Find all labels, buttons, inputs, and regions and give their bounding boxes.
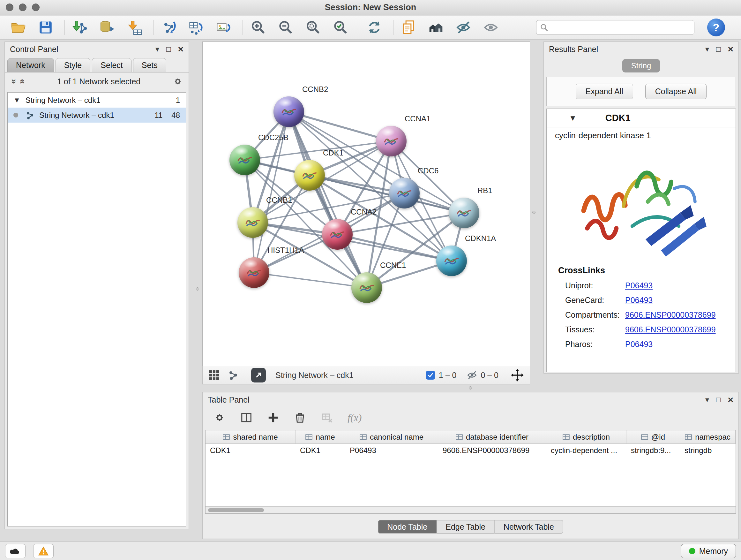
selected-nodes-checkbox[interactable] xyxy=(426,371,435,380)
network-options-gear-icon[interactable] xyxy=(173,76,183,86)
crosslink-row: Pharos: P06493 xyxy=(547,337,736,352)
protein-thumbnail xyxy=(357,281,376,294)
zoom-in-button[interactable] xyxy=(249,18,267,37)
column-header-description[interactable]: description xyxy=(546,430,626,443)
network-canvas[interactable]: CCNB2CCNA1CDC25BCDK1CDC6RB1CCNB1CCNA2CDK… xyxy=(202,42,530,366)
column-label: name xyxy=(316,433,335,442)
network-node-RB1[interactable] xyxy=(449,198,479,228)
grid-view-icon[interactable] xyxy=(208,369,220,381)
expand-all-button[interactable]: Expand All xyxy=(576,84,633,99)
help-button[interactable]: ? xyxy=(707,18,725,37)
collapse-all-networks-icon[interactable]: « xyxy=(8,79,18,84)
column-label: shared name xyxy=(233,433,278,442)
save-session-button[interactable] xyxy=(37,18,55,37)
table-panel-close-icon[interactable]: × xyxy=(728,395,733,405)
hide-details-button[interactable] xyxy=(454,18,473,37)
column-header-id[interactable]: @id xyxy=(626,430,680,443)
scrollbar-thumb[interactable] xyxy=(208,508,264,512)
refresh-icon xyxy=(366,19,382,36)
network-node-CCNB1[interactable] xyxy=(238,207,268,238)
function-builder-button[interactable]: f(x) xyxy=(347,412,361,424)
column-header-shared-name[interactable]: shared name xyxy=(205,430,295,443)
cloud-sync-button[interactable] xyxy=(5,544,25,558)
network-view-icon[interactable] xyxy=(227,369,239,381)
crosslink-pharos-link[interactable]: P06493 xyxy=(625,340,653,349)
show-columns-icon[interactable] xyxy=(240,412,253,424)
zoom-fit-button[interactable] xyxy=(304,18,322,37)
memory-button[interactable]: Memory xyxy=(681,544,736,558)
network-node-CDC25B[interactable] xyxy=(229,145,260,175)
table-row[interactable]: CDK1 CDK1 P06493 9606.ENSP00000378699 cy… xyxy=(205,444,736,457)
column-header-canonical-name[interactable]: canonical name xyxy=(345,430,438,443)
show-details-button[interactable] xyxy=(482,18,500,37)
collection-count: 1 xyxy=(176,96,180,105)
status-bar: Memory xyxy=(0,542,741,560)
warnings-button[interactable] xyxy=(33,544,54,558)
collapse-all-button[interactable]: Collapse All xyxy=(645,84,707,99)
network-node-CCNB2[interactable] xyxy=(273,97,304,127)
results-panel-close-icon[interactable]: × xyxy=(728,44,733,54)
column-header-database-identifier[interactable]: database identifier xyxy=(438,430,546,443)
tab-network-table[interactable]: Network Table xyxy=(495,520,563,534)
table-horizontal-scrollbar[interactable] xyxy=(205,506,736,513)
zoom-out-button[interactable] xyxy=(276,18,294,37)
search-input[interactable] xyxy=(536,20,694,35)
import-table-button[interactable] xyxy=(125,18,144,37)
column-header-namespace[interactable]: namespac xyxy=(680,430,736,443)
copy-document-button[interactable] xyxy=(399,18,418,37)
delete-column-trash-icon[interactable] xyxy=(294,412,306,424)
network-row[interactable]: String Network – cdk1 11 48 xyxy=(8,108,186,123)
apply-layout-button[interactable] xyxy=(365,18,384,37)
crosslink-tissues-link[interactable]: 9606.ENSP00000378699 xyxy=(625,325,716,334)
node-table: shared name name canonical name database… xyxy=(205,430,736,514)
network-node-CDC6[interactable] xyxy=(389,178,420,208)
import-network-file-button[interactable] xyxy=(71,18,89,37)
open-session-button[interactable] xyxy=(9,18,27,37)
network-collection-row[interactable]: ▼ String Network – cdk1 1 xyxy=(8,92,186,108)
table-cell: 9606.ENSP00000378699 xyxy=(438,444,546,457)
table-panel-float-icon[interactable]: □ xyxy=(716,396,721,403)
pan-crosshair-icon[interactable] xyxy=(511,368,524,382)
crosslink-compartments-link[interactable]: 9606.ENSP00000378699 xyxy=(625,310,716,320)
table-settings-gear-icon[interactable] xyxy=(213,412,226,424)
add-column-icon[interactable] xyxy=(267,412,279,424)
results-panel-float-icon[interactable]: □ xyxy=(716,45,721,53)
table-panel-collapse-icon[interactable]: ▾ xyxy=(705,396,709,403)
column-header-name[interactable]: name xyxy=(295,430,345,443)
tab-sets[interactable]: Sets xyxy=(133,58,166,72)
gene-collapse-caret-icon[interactable]: ▼ xyxy=(569,114,577,123)
export-image-button[interactable] xyxy=(214,18,233,37)
tab-edge-table[interactable]: Edge Table xyxy=(436,520,495,534)
network-node-CCNE1[interactable] xyxy=(351,272,382,303)
tab-node-table[interactable]: Node Table xyxy=(378,520,436,534)
open-in-new-window-button[interactable] xyxy=(251,368,266,382)
tab-network[interactable]: Network xyxy=(7,58,54,72)
protein-thumbnail xyxy=(235,153,254,167)
new-network-button[interactable] xyxy=(159,18,178,37)
network-node-CDKN1A[interactable] xyxy=(436,246,467,276)
collection-caret-icon[interactable]: ▼ xyxy=(13,96,20,105)
import-network-database-button[interactable] xyxy=(98,18,117,37)
clear-table-icon-disabled xyxy=(321,412,333,424)
crosslink-uniprot-link[interactable]: P06493 xyxy=(625,281,653,290)
vertical-splitter-handle[interactable] xyxy=(196,287,199,291)
network-node-CCNA1[interactable] xyxy=(376,126,407,157)
tab-select[interactable]: Select xyxy=(92,58,131,72)
network-node-CCNA2[interactable] xyxy=(322,219,353,250)
control-panel-float-icon[interactable]: □ xyxy=(166,45,171,53)
network-from-table-button[interactable] xyxy=(187,18,205,37)
network-overview-button[interactable] xyxy=(427,18,445,37)
vertical-splitter-handle[interactable] xyxy=(532,211,536,214)
tab-style[interactable]: Style xyxy=(56,58,91,72)
network-node-CDK1[interactable] xyxy=(294,160,325,191)
check-icon xyxy=(428,373,433,377)
horizontal-splitter-handle[interactable] xyxy=(469,386,472,389)
zoom-selected-button[interactable] xyxy=(331,18,349,37)
results-panel-collapse-icon[interactable]: ▾ xyxy=(705,45,709,53)
crosslink-genecard-link[interactable]: P06493 xyxy=(625,296,653,305)
expand-all-networks-icon[interactable]: « xyxy=(17,79,27,84)
control-panel-collapse-icon[interactable]: ▾ xyxy=(155,45,159,53)
network-node-HIST1H1A[interactable] xyxy=(239,257,269,288)
control-panel-close-icon[interactable]: × xyxy=(178,44,184,54)
string-tab-badge[interactable]: String xyxy=(622,59,660,72)
